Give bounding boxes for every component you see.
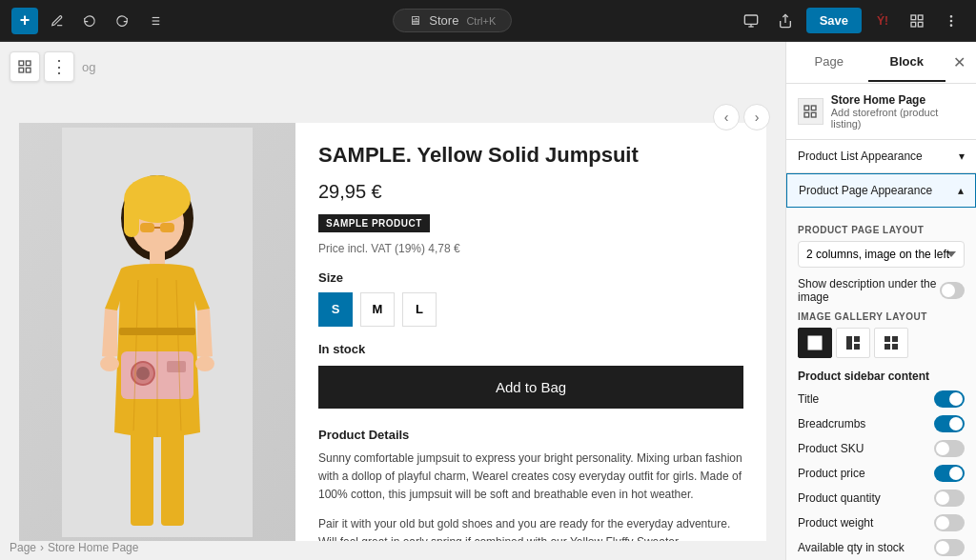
show-description-slider <box>940 282 965 299</box>
toggle-quantity-label: Product quantity <box>798 491 881 505</box>
product-details: SAMPLE. Yellow Solid Jumpsuit 29,95 € SA… <box>295 123 766 541</box>
product-price: 29,95 € <box>318 181 743 203</box>
block-more-button[interactable]: ⋮ <box>44 51 74 82</box>
toolbar: + 🖥 Store Ctrl+K Save Ý! <box>0 0 976 42</box>
toggle-price-label: Product price <box>798 467 865 480</box>
svg-rect-20 <box>26 68 30 72</box>
more-options-button[interactable] <box>938 8 965 34</box>
svg-rect-48 <box>846 336 852 350</box>
toggle-sku-label: Product SKU <box>798 442 864 455</box>
toggle-title-label: Title <box>798 392 819 406</box>
page-icon: 🖥 <box>409 13 421 28</box>
product-image <box>19 123 295 541</box>
next-arrow[interactable]: › <box>743 104 770 130</box>
product-page-accordion-body: PRODUCT PAGE LAYOUT 2 columns, image on … <box>786 208 976 560</box>
toggle-price-row: Product price <box>798 465 965 482</box>
panel-body: Store Home Page Add storefront (product … <box>786 84 976 560</box>
right-panel: Page Block ✕ Store Home Page Add storefr… <box>785 42 976 560</box>
prev-arrow[interactable]: ‹ <box>713 104 740 130</box>
svg-rect-46 <box>808 336 822 350</box>
svg-point-31 <box>195 356 214 371</box>
gallery-layout-row <box>798 328 965 358</box>
add-to-bag-button[interactable]: Add to Bag <box>318 366 743 409</box>
toggle-quantity-row: Product quantity <box>798 490 965 507</box>
toggle-title[interactable] <box>934 390 965 408</box>
store-home-title: Store Home Page <box>831 93 965 107</box>
panel-close-button[interactable]: ✕ <box>946 50 972 76</box>
svg-rect-18 <box>26 61 30 66</box>
svg-rect-49 <box>854 336 860 342</box>
product-page-accordion-header[interactable]: Product Page Appearance ▴ <box>786 173 976 208</box>
breadcrumb-page[interactable]: Page <box>10 541 36 554</box>
draw-tool-button[interactable] <box>44 8 71 34</box>
preview-button[interactable] <box>738 8 764 34</box>
add-block-button[interactable]: + <box>11 8 38 34</box>
svg-point-34 <box>136 367 150 380</box>
svg-point-15 <box>950 20 951 21</box>
toggle-breadcrumbs[interactable] <box>934 415 965 432</box>
product-desc-title: Product Details <box>318 428 743 442</box>
tab-block[interactable]: Block <box>868 43 946 82</box>
toggle-quantity[interactable] <box>934 490 965 507</box>
stock-label: In stock <box>318 342 743 356</box>
blog-label: og <box>82 60 95 74</box>
toggle-available-qty-slider <box>934 539 965 556</box>
svg-rect-26 <box>140 223 154 232</box>
product-desc-text-2: Pair it with your old but gold shoes and… <box>318 515 743 541</box>
toggle-sku-slider <box>934 440 965 457</box>
svg-rect-45 <box>812 112 817 117</box>
page-breadcrumb-pill[interactable]: 🖥 Store Ctrl+K <box>393 9 512 32</box>
toggle-quantity-slider <box>934 490 965 507</box>
product-page-accordion: Product Page Appearance ▴ PRODUCT PAGE L… <box>786 173 976 560</box>
size-l-button[interactable]: L <box>402 292 437 327</box>
product-desc-text-1: Sunny comfortable jumpsuit to express yo… <box>318 450 743 505</box>
main-area: ⋮ og ‹ › <box>0 42 976 560</box>
svg-rect-13 <box>911 22 916 27</box>
size-s-button[interactable]: S <box>318 292 353 327</box>
product-title: SAMPLE. Yellow Solid Jumpsuit <box>318 142 743 170</box>
product-area: SAMPLE. Yellow Solid Jumpsuit 29,95 € SA… <box>19 123 766 541</box>
show-description-toggle[interactable] <box>940 282 965 299</box>
product-page-chevron-up-icon: ▴ <box>958 184 964 197</box>
toggle-breadcrumbs-label: Breadcrumbs <box>798 417 865 430</box>
toggle-weight[interactable] <box>934 514 965 531</box>
gallery-layout-btn-3[interactable] <box>874 328 908 358</box>
yoast-button[interactable]: Ý! <box>869 8 896 34</box>
toggle-sku[interactable] <box>934 440 965 457</box>
list-view-button[interactable] <box>141 8 168 34</box>
svg-rect-42 <box>804 106 809 110</box>
svg-rect-51 <box>884 336 890 342</box>
page-name: Store <box>429 13 458 28</box>
svg-rect-10 <box>911 15 916 20</box>
svg-rect-52 <box>892 336 898 342</box>
product-list-chevron-down-icon: ▾ <box>959 150 965 163</box>
toggle-breadcrumbs-row: Breadcrumbs <box>798 415 965 432</box>
block-toolbar: ⋮ og <box>10 51 95 82</box>
settings-panel-button[interactable] <box>904 8 930 34</box>
svg-rect-43 <box>812 106 817 110</box>
svg-rect-44 <box>804 112 809 117</box>
store-home-row: Store Home Page Add storefront (product … <box>786 84 976 140</box>
size-m-button[interactable]: M <box>360 292 395 327</box>
sample-badge: SAMPLE PRODUCT <box>318 214 430 232</box>
toggle-breadcrumbs-slider <box>934 415 965 432</box>
toggle-available-qty-row: Available qty in stock <box>798 539 965 556</box>
block-select-button[interactable] <box>10 51 40 82</box>
svg-rect-50 <box>854 344 860 350</box>
redo-button[interactable] <box>109 8 135 34</box>
share-button[interactable] <box>772 8 799 34</box>
product-list-accordion-header[interactable]: Product List Appearance ▾ <box>786 140 976 172</box>
gallery-layout-btn-1[interactable] <box>798 328 832 358</box>
size-options: S M L <box>318 292 743 327</box>
toggle-price[interactable] <box>934 465 965 482</box>
save-button[interactable]: Save <box>806 8 862 33</box>
layout-select[interactable]: 2 columns, image on the left 2 columns, … <box>798 241 965 268</box>
breadcrumb-store-home[interactable]: Store Home Page <box>48 541 138 554</box>
toggle-available-qty[interactable] <box>934 539 965 556</box>
tab-page[interactable]: Page <box>790 43 868 82</box>
gallery-layout-btn-2[interactable] <box>836 328 870 358</box>
undo-button[interactable] <box>76 8 103 34</box>
toolbar-center: 🖥 Store Ctrl+K <box>175 9 730 32</box>
svg-rect-11 <box>918 15 923 20</box>
breadcrumb: Page › Store Home Page <box>10 541 138 554</box>
